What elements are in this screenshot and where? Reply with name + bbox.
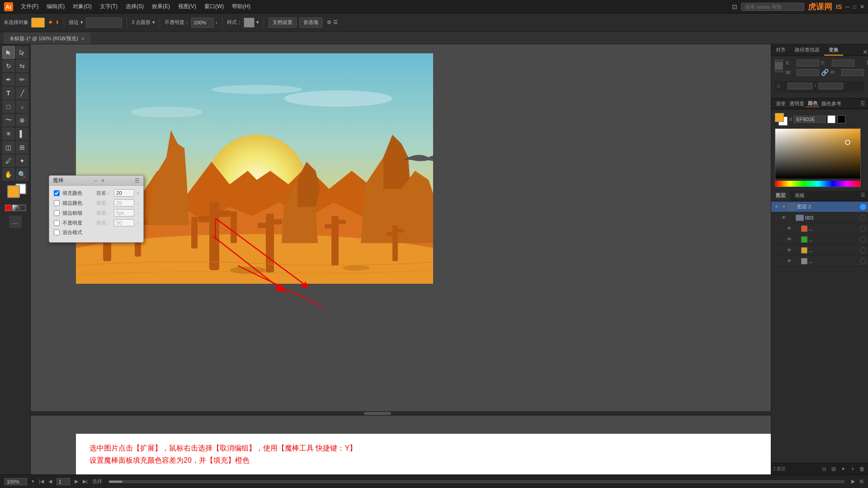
layer-new-btn[interactable]: + — [849, 465, 857, 473]
rect-tool[interactable]: □ — [2, 100, 15, 113]
eye-icon-c1[interactable]: 👁 — [786, 225, 793, 232]
gradient-tool[interactable]: ◫ — [2, 141, 15, 154]
panel-minimize-btn[interactable]: ─ — [93, 178, 99, 183]
layer-item-color1[interactable]: 👁 ... — [771, 223, 868, 234]
window-close[interactable]: ✕ — [860, 4, 864, 10]
tab-artboards[interactable]: 画板 — [790, 191, 809, 201]
layer-item-layer2[interactable]: 👁 ▼ 图层 2 — [771, 202, 868, 212]
selection-tool[interactable] — [2, 46, 15, 59]
tab-transparency[interactable]: 透明度 — [788, 100, 806, 107]
link-icon[interactable]: 🔗 — [821, 69, 829, 76]
search-input[interactable] — [741, 3, 804, 11]
layer-item-color3[interactable]: 👁 ... — [771, 245, 868, 256]
preferences-btn[interactable]: 首选项 — [299, 18, 322, 28]
eye-icon-c2[interactable]: 👁 — [786, 236, 793, 243]
layer-item-color2[interactable]: 👁 ... — [771, 234, 868, 245]
layer-locate-btn[interactable]: ⊙ — [820, 465, 828, 473]
menu-select[interactable]: 选择(S) — [122, 1, 147, 12]
tab-close-icon[interactable]: ✕ — [81, 36, 85, 41]
warp-tool[interactable]: 〜 — [2, 114, 15, 127]
tab-document[interactable]: 未标题-1* @ 100% (RGB/预览) ✕ — [4, 33, 90, 44]
layer-new-artboard-btn[interactable]: ⊞ — [830, 465, 838, 473]
y-input[interactable] — [832, 60, 854, 66]
opacity-checkbox[interactable] — [54, 220, 60, 226]
layer-panel-menu[interactable]: ☰ — [858, 191, 868, 201]
expand-arrow-layer2[interactable]: ▼ — [782, 204, 786, 209]
fill-color-checkbox[interactable] — [54, 190, 60, 196]
none-swatch[interactable]: ⊘ — [5, 205, 11, 211]
chevron-down-icon-zoom[interactable]: ▾ — [32, 479, 34, 484]
stroke-expand-btn[interactable]: › — [137, 200, 139, 206]
fill-tolerance-input[interactable] — [114, 189, 134, 197]
artboard-nav-btn[interactable]: ⊞ — [859, 479, 863, 484]
fill-color-swatch[interactable] — [31, 18, 45, 28]
opacity-input-panel[interactable] — [114, 219, 134, 226]
window-maximize[interactable]: □ — [853, 4, 856, 10]
gradient-swatch[interactable] — [12, 205, 19, 211]
window-minimize[interactable]: ─ — [845, 4, 849, 10]
x-input[interactable] — [797, 60, 819, 66]
right-panel-menu-icon[interactable]: ✕ — [863, 48, 868, 56]
layer-vis-btn-c4[interactable] — [860, 258, 866, 264]
menu-object[interactable]: 对象(O) — [69, 1, 95, 12]
angle-input[interactable] — [788, 83, 812, 89]
page-number-input[interactable] — [57, 478, 70, 485]
hand-tool[interactable]: ✋ — [2, 168, 15, 181]
brush-preview[interactable] — [86, 18, 122, 28]
play-btn[interactable]: ▶ — [851, 479, 855, 484]
eyedropper-tool[interactable]: 🖊 — [2, 155, 15, 167]
opacity-expand-icon[interactable]: › — [216, 20, 217, 25]
extra-tool[interactable]: … — [9, 216, 22, 228]
arrange-icon[interactable]: ☰ — [333, 19, 338, 25]
nav-last-btn[interactable]: ▶| — [83, 479, 88, 484]
line-tool[interactable]: ╱ — [16, 87, 28, 99]
expand-icon[interactable]: ⚙ — [327, 19, 331, 25]
eye-icon-c3[interactable]: 👁 — [786, 247, 793, 254]
panel-menu-icon[interactable]: ☰ — [135, 178, 140, 184]
reflect-tool[interactable]: ⇆ — [16, 60, 28, 72]
hscroll-bar[interactable] — [108, 480, 845, 483]
maximize-icon[interactable]: ⊡ — [732, 3, 737, 10]
blend-mode-checkbox[interactable] — [54, 230, 60, 235]
stroke-weight-expand[interactable]: › — [137, 210, 139, 216]
eye-icon-003[interactable]: 👁 — [780, 214, 788, 221]
stroke-tolerance-input[interactable] — [114, 199, 134, 206]
tab-layers[interactable]: 图层 — [771, 191, 790, 201]
style-swatch[interactable] — [244, 18, 255, 28]
brush-tool[interactable]: ⬦ — [16, 100, 28, 113]
menu-help[interactable]: 帮助(H) — [228, 1, 254, 12]
panel-close-btn[interactable]: ✕ — [100, 178, 106, 183]
nav-first-btn[interactable]: |◀ — [39, 479, 44, 484]
color-fg-swatch-small[interactable] — [775, 113, 784, 122]
layer-vis-btn-c3[interactable] — [860, 247, 866, 253]
layer-vis-btn-c2[interactable] — [860, 236, 866, 243]
menu-file[interactable]: 文件(F) — [17, 1, 42, 12]
blend-tool[interactable]: ⊗ — [16, 114, 28, 127]
layer-trash-btn[interactable]: 🗑 — [858, 465, 866, 473]
menu-effect[interactable]: 效果(E) — [148, 1, 174, 12]
nav-next-btn[interactable]: ▶ — [75, 479, 78, 484]
rotate-tool[interactable]: ↻ — [2, 60, 15, 72]
layer-vis-btn-c1[interactable] — [860, 225, 866, 232]
menu-view[interactable]: 视图(V) — [175, 1, 200, 12]
pen-tool[interactable]: ✒ — [2, 73, 15, 86]
nav-prev-btn[interactable]: ◀ — [48, 479, 52, 484]
tab-gradient[interactable]: 渐变 — [774, 100, 788, 107]
black-color-block[interactable] — [837, 115, 845, 123]
canvas-hscroll[interactable] — [31, 411, 771, 416]
magic-wand-tool[interactable]: ✦ — [16, 155, 28, 167]
doc-settings-btn[interactable]: 文档设置 — [269, 18, 297, 28]
white-color-block[interactable] — [827, 115, 835, 123]
layer-item-color4[interactable]: 👁 ... — [771, 256, 868, 267]
pencil-tool[interactable]: ✏ — [16, 73, 28, 86]
menu-edit[interactable]: 编辑(E) — [43, 1, 68, 12]
layer-item-003[interactable]: 👁 003 — [771, 212, 868, 223]
eye-icon-layer2[interactable]: 👁 — [773, 203, 780, 211]
column-chart[interactable]: ▌ — [16, 127, 28, 140]
layer-add-btn[interactable]: ✦ — [839, 465, 847, 473]
menu-text[interactable]: 文字(T) — [96, 1, 121, 12]
stroke-color-checkbox[interactable] — [54, 200, 60, 206]
stroke-weight-input[interactable] — [114, 209, 134, 216]
tab-align[interactable]: 对齐 — [771, 45, 790, 56]
hex-input[interactable] — [794, 116, 826, 123]
